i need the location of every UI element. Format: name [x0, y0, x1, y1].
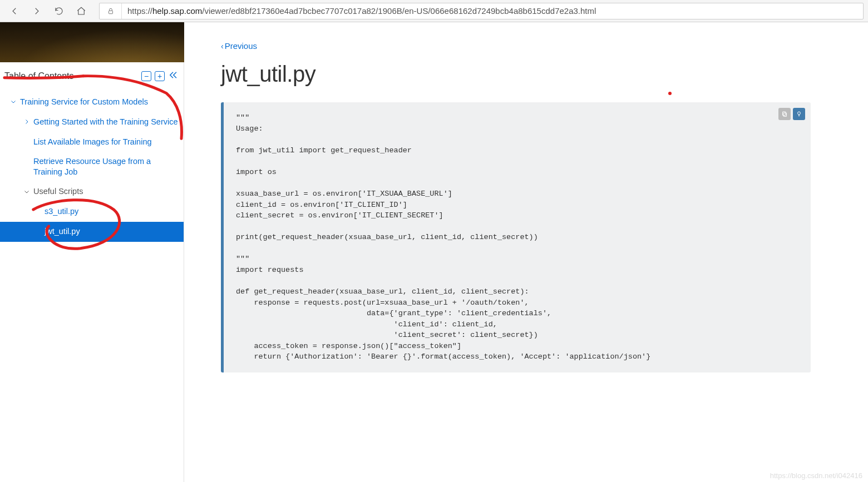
- browser-toolbar: https://help.sap.com/viewer/ed8bf217360e…: [0, 0, 868, 22]
- svg-rect-0: [108, 11, 112, 13]
- refresh-button[interactable]: [49, 2, 69, 20]
- watermark: https://blog.csdn.net/i042416: [770, 471, 862, 480]
- code-text: """ Usage: from jwt_util import get_requ…: [236, 113, 650, 361]
- svg-rect-1: [783, 113, 787, 117]
- url-text: https://help.sap.com/viewer/ed8bf217360e…: [122, 6, 863, 16]
- code-block: """ Usage: from jwt_util import get_requ…: [221, 102, 811, 372]
- home-button[interactable]: [71, 2, 91, 20]
- chevron-left-icon: ‹: [221, 42, 224, 51]
- tree-item-training-service[interactable]: Training Service for Custom Models: [0, 92, 184, 112]
- main-content: ‹Previous jwt_util.py """ Usage: from jw…: [184, 22, 868, 482]
- annotation-dot: [668, 92, 672, 95]
- tree-item-jwt-util[interactable]: jwt_util.py: [0, 222, 184, 242]
- hide-toc-button[interactable]: [168, 70, 178, 82]
- tree-item-s3-util[interactable]: s3_util.py: [0, 202, 184, 222]
- previous-link[interactable]: ‹Previous: [221, 41, 257, 51]
- chevron-down-icon: [7, 98, 20, 105]
- code-hint-button[interactable]: [793, 108, 805, 120]
- toc-tree: Training Service for Custom Models Getti…: [0, 88, 184, 242]
- tree-item-retrieve-usage[interactable]: Retrieve Resource Usage from a Training …: [0, 152, 184, 182]
- copy-code-button[interactable]: [778, 108, 791, 120]
- sidebar: Table of Contents − + Training Service f…: [0, 22, 184, 482]
- lock-icon: [100, 3, 122, 19]
- toc-title: Table of Contents: [4, 71, 74, 81]
- collapse-all-button[interactable]: −: [141, 71, 151, 81]
- chevron-down-icon: [20, 188, 33, 195]
- page-title: jwt_util.py: [221, 62, 811, 87]
- forward-button[interactable]: [27, 2, 47, 20]
- tree-item-list-images[interactable]: List Available Images for Training: [0, 132, 184, 152]
- svg-point-3: [798, 112, 801, 115]
- address-bar[interactable]: https://help.sap.com/viewer/ed8bf217360e…: [99, 3, 864, 19]
- expand-all-button[interactable]: +: [155, 71, 165, 81]
- back-button[interactable]: [4, 2, 24, 20]
- chevron-right-icon: [20, 118, 33, 125]
- banner-image: [0, 22, 184, 62]
- tree-item-useful-scripts[interactable]: Useful Scripts: [0, 182, 184, 202]
- svg-rect-2: [783, 112, 786, 116]
- tree-item-getting-started[interactable]: Getting Started with the Training Servic…: [0, 112, 184, 132]
